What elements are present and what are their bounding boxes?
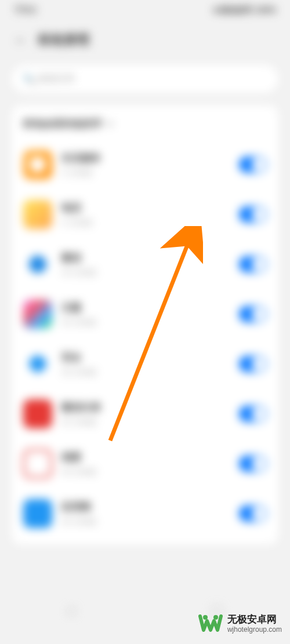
chevron-down-icon: ▼: [107, 120, 114, 128]
svg-point-1: [203, 615, 208, 620]
watermark-logo-icon: [198, 612, 223, 636]
app-icon: [23, 300, 52, 329]
watermark-url: wjhotelgroup.com: [227, 625, 282, 634]
app-row[interactable]: 微信分身 32 分钟前: [23, 389, 267, 439]
app-subtitle: 5 分钟前: [61, 168, 230, 179]
watermark-title: 无极安卓网: [227, 614, 282, 625]
app-icon: [23, 350, 52, 379]
back-icon[interactable]: ←: [14, 32, 28, 48]
app-list-card: 耗电由高到低排序 ▼ 生活服务 5 分钟前 电话 5 分钟前 微信 25 分钟前: [12, 105, 278, 544]
app-subtitle: 45 分钟前: [61, 517, 230, 527]
app-name: 应用商: [61, 500, 230, 514]
app-row[interactable]: 应用商 45 分钟前: [23, 489, 267, 539]
app-icon: [23, 499, 52, 528]
search-input[interactable]: 🔍 搜索应用: [12, 65, 278, 93]
app-icon: [23, 449, 52, 478]
app-subtitle: 26 分钟前: [61, 318, 230, 328]
app-toggle[interactable]: [239, 505, 267, 522]
app-toggle[interactable]: [239, 406, 267, 422]
app-toggle[interactable]: [239, 306, 267, 322]
app-icon: [23, 200, 52, 229]
app-icon: [23, 399, 52, 428]
svg-point-2: [213, 615, 218, 620]
nav-icon[interactable]: ◻: [67, 603, 77, 617]
page-title: 耗电管理: [38, 31, 89, 49]
app-name: 主题: [61, 301, 230, 314]
app-name: 生活服务: [61, 151, 230, 165]
app-name: 电话: [61, 201, 230, 214]
app-icon: [23, 150, 52, 179]
app-row[interactable]: 相册 40 分钟前: [23, 439, 267, 489]
app-row[interactable]: 主题 26 分钟前: [23, 289, 267, 339]
app-toggle[interactable]: [239, 157, 267, 173]
status-left: 下午3:: [14, 5, 37, 16]
search-icon: 🔍: [23, 74, 35, 85]
search-placeholder: 搜索应用: [37, 73, 74, 85]
watermark: 无极安卓网 wjhotelgroup.com: [198, 612, 282, 636]
status-right: ■ 移动信号 100%: [213, 5, 276, 16]
app-row[interactable]: 电话 5 分钟前: [23, 190, 267, 239]
app-toggle[interactable]: [239, 356, 267, 372]
app-row[interactable]: 安全 28 分钟前: [23, 339, 267, 389]
app-subtitle: 25 分钟前: [61, 268, 230, 278]
sort-dropdown[interactable]: 耗电由高到低排序 ▼: [23, 117, 267, 140]
sort-label: 耗电由高到低排序: [23, 117, 102, 130]
app-name: 微信: [61, 251, 230, 264]
app-row[interactable]: 生活服务 5 分钟前: [23, 140, 267, 190]
app-toggle[interactable]: [239, 206, 267, 223]
app-subtitle: 32 分钟前: [61, 417, 230, 428]
app-subtitle: 40 分钟前: [61, 467, 230, 478]
app-toggle[interactable]: [239, 256, 267, 272]
app-name: 安全: [61, 351, 230, 364]
app-toggle[interactable]: [239, 456, 267, 472]
app-subtitle: 28 分钟前: [61, 368, 230, 378]
status-bar: 下午3: ■ 移动信号 100%: [0, 0, 290, 21]
app-name: 微信分身: [61, 401, 230, 414]
app-row[interactable]: 微信 25 分钟前: [23, 239, 267, 289]
page-header: ← 耗电管理: [0, 21, 290, 59]
app-name: 相册: [61, 450, 230, 464]
app-icon: [23, 250, 52, 279]
app-subtitle: 5 分钟前: [61, 218, 230, 228]
